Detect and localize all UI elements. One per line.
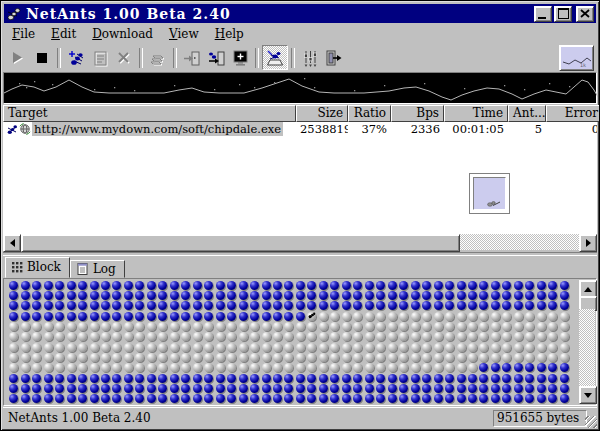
- block-done: [364, 290, 375, 300]
- block-done: [19, 280, 30, 290]
- resume-all-button[interactable]: [180, 46, 204, 69]
- options-button[interactable]: [298, 46, 322, 69]
- block-done: [19, 311, 30, 321]
- horizontal-scrollbar[interactable]: [3, 234, 597, 250]
- block-empty: [146, 363, 157, 373]
- block-empty: [31, 321, 42, 331]
- block-empty: [226, 363, 237, 373]
- menu-help[interactable]: Help: [207, 26, 252, 42]
- block-done: [123, 373, 134, 383]
- block-empty: [134, 321, 145, 331]
- column-header-ant[interactable]: Ant...: [508, 105, 546, 122]
- stop-all-button[interactable]: [204, 46, 228, 69]
- block-done: [295, 373, 306, 383]
- stop-button[interactable]: [30, 46, 54, 69]
- monitor-button[interactable]: [228, 46, 252, 69]
- minimize-button[interactable]: [534, 6, 552, 22]
- maximize-button[interactable]: [554, 6, 572, 22]
- block-empty: [65, 352, 76, 362]
- block-empty: [467, 311, 478, 321]
- exit-button[interactable]: [322, 46, 346, 69]
- block-empty: [19, 363, 30, 373]
- column-header-time[interactable]: Time: [444, 105, 508, 122]
- block-empty: [501, 352, 512, 362]
- block-done: [192, 373, 203, 383]
- drop-zone-toggle[interactable]: [262, 45, 288, 70]
- block-done: [386, 280, 397, 290]
- block-empty: [478, 321, 489, 331]
- close-button[interactable]: [576, 6, 594, 22]
- menu-view[interactable]: View: [161, 26, 207, 42]
- block-done: [283, 383, 294, 393]
- block-done: [455, 301, 466, 311]
- block-done: [295, 301, 306, 311]
- block-done: [146, 301, 157, 311]
- toolbar-separator: [57, 48, 61, 68]
- open-folder-button[interactable]: [146, 46, 170, 69]
- block-done: [329, 280, 340, 290]
- scroll-left-button[interactable]: [3, 234, 21, 252]
- block-empty: [283, 342, 294, 352]
- block-empty: [455, 352, 466, 362]
- scroll-right-button[interactable]: [579, 234, 597, 252]
- block-empty: [8, 352, 19, 362]
- block-done: [214, 290, 225, 300]
- tab-block[interactable]: Block: [5, 257, 70, 278]
- block-empty: [295, 332, 306, 342]
- scroll-down-button[interactable]: [579, 386, 597, 404]
- block-empty: [444, 352, 455, 362]
- block-done: [386, 394, 397, 404]
- tab-log[interactable]: Log: [70, 260, 125, 278]
- block-done: [375, 394, 386, 404]
- block-done: [432, 383, 443, 393]
- menu-edit[interactable]: Edit: [43, 26, 84, 42]
- scrollbar-track[interactable]: [460, 234, 579, 250]
- block-done: [421, 290, 432, 300]
- properties-button[interactable]: [88, 46, 112, 69]
- block-done: [111, 373, 122, 383]
- block-empty: [180, 321, 191, 331]
- download-row[interactable]: http://www.mydown.com/soft/chipdale.exe2…: [3, 122, 597, 136]
- list-body[interactable]: http://www.mydown.com/soft/chipdale.exe2…: [3, 122, 597, 234]
- block-done: [375, 290, 386, 300]
- vscrollbar-track[interactable]: [579, 309, 595, 389]
- column-header-size[interactable]: Size: [296, 105, 348, 122]
- ant-status-icon: [7, 124, 18, 135]
- block-empty: [88, 342, 99, 352]
- column-header-error[interactable]: Error: [546, 105, 600, 122]
- block-empty: [490, 321, 501, 331]
- title-bar[interactable]: NetAnts 1.00 Beta 2.40: [4, 4, 596, 23]
- menu-download[interactable]: Download: [84, 26, 161, 42]
- block-done: [272, 383, 283, 393]
- column-header-target[interactable]: Target: [3, 105, 296, 122]
- column-header-ratio[interactable]: Ratio: [348, 105, 391, 122]
- block-done: [490, 394, 501, 404]
- drop-basket-window[interactable]: [469, 173, 510, 214]
- block-empty: [375, 321, 386, 331]
- menu-file[interactable]: File: [4, 26, 43, 42]
- add-download-button[interactable]: [64, 46, 88, 69]
- block-empty: [352, 363, 363, 373]
- block-empty: [501, 321, 512, 331]
- block-empty: [295, 363, 306, 373]
- block-empty: [513, 352, 524, 362]
- start-button[interactable]: [6, 46, 30, 69]
- block-done: [123, 311, 134, 321]
- cell-target: http://www.mydown.com/soft/chipdale.exe: [3, 122, 296, 136]
- column-header-bps[interactable]: Bps: [391, 105, 444, 122]
- block-done: [169, 301, 180, 311]
- scrollbar-thumb[interactable]: [21, 234, 460, 252]
- vertical-scrollbar[interactable]: [579, 280, 595, 404]
- block-empty: [260, 321, 271, 331]
- block-empty: [65, 342, 76, 352]
- delete-button[interactable]: [112, 46, 136, 69]
- block-empty: [478, 342, 489, 352]
- block-empty: [421, 321, 432, 331]
- block-grid: [8, 280, 570, 404]
- block-done: [111, 280, 122, 290]
- block-done: [501, 363, 512, 373]
- block-empty: [100, 332, 111, 342]
- block-done: [467, 394, 478, 404]
- block-empty: [31, 352, 42, 362]
- resize-grip[interactable]: [585, 416, 597, 428]
